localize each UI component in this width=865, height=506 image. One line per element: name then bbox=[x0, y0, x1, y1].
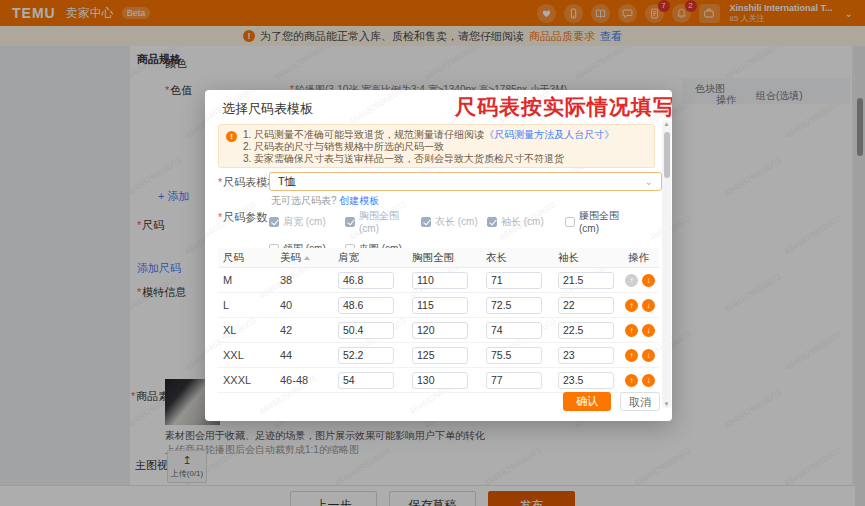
move-up-button[interactable]: ↑ bbox=[625, 349, 638, 362]
select-caret-icon: ⌄ bbox=[645, 173, 653, 190]
checkbox-icon bbox=[345, 217, 355, 227]
sleeve-length-input[interactable] bbox=[558, 297, 614, 314]
garment-length-input[interactable] bbox=[486, 322, 542, 339]
alert-line-1: 1. 尺码测量不准确可能导致退货，规范测量请仔细阅读《尺码测量方法及人台尺寸》 bbox=[243, 129, 646, 141]
measure-method-link[interactable]: 《尺码测量方法及人台尺寸》 bbox=[484, 129, 614, 140]
size-cell: M bbox=[218, 274, 275, 286]
size-cell: 44 bbox=[275, 349, 333, 361]
size-cell: 46-48 bbox=[275, 374, 333, 386]
move-up-button[interactable]: ↑ bbox=[625, 274, 638, 287]
checkbox-icon bbox=[487, 217, 497, 227]
shoulder-width-input[interactable] bbox=[338, 272, 394, 289]
garment-length-input[interactable] bbox=[486, 297, 542, 314]
sleeve-length-input[interactable] bbox=[558, 272, 614, 289]
size-col-header: 肩宽 bbox=[333, 251, 407, 265]
move-down-button[interactable]: ↓ bbox=[642, 299, 655, 312]
no-template-hint: 无可选尺码表? bbox=[271, 195, 337, 206]
size-param-checkbox: 衣长 (cm) bbox=[421, 209, 487, 234]
size-col-header[interactable]: 美码 bbox=[275, 251, 333, 265]
size-chart-table: 尺码美码肩宽胸围全围衣长袖长操作 M38↑↓L40↑↓XL42↑↓XXL44↑↓… bbox=[218, 248, 659, 393]
scroll-up-icon[interactable]: ▲ bbox=[662, 121, 671, 127]
size-param-label: 衣长 (cm) bbox=[435, 215, 478, 229]
move-up-button[interactable]: ↑ bbox=[625, 299, 638, 312]
size-col-header: 胸围全围 bbox=[407, 251, 481, 265]
sort-caret-icon[interactable] bbox=[304, 256, 310, 260]
chest-circumference-input[interactable] bbox=[412, 322, 468, 339]
selected-template-value: T恤 bbox=[278, 173, 296, 190]
size-col-header: 操作 bbox=[623, 251, 659, 265]
size-cell: XXL bbox=[218, 349, 275, 361]
size-param-label: 腰围全围 (cm) bbox=[579, 209, 641, 234]
sleeve-length-input[interactable] bbox=[558, 347, 614, 364]
size-param-label: 胸围全围 (cm) bbox=[359, 209, 421, 234]
checkbox-icon[interactable] bbox=[565, 217, 575, 227]
size-col-header: 衣长 bbox=[481, 251, 553, 265]
size-table-row: XXL44↑↓ bbox=[218, 343, 659, 368]
params-field-label: 尺码参数 bbox=[223, 211, 267, 223]
size-chart-template-modal: 4846829868603484682986860348468298686034… bbox=[205, 90, 672, 421]
size-cell: L bbox=[218, 299, 275, 311]
size-alert-box: ! 1. 尺码测量不准确可能导致退货，规范测量请仔细阅读《尺码测量方法及人台尺寸… bbox=[218, 124, 655, 168]
size-table-row: M38↑↓ bbox=[218, 268, 659, 293]
size-param-checkbox: 袖长 (cm) bbox=[487, 209, 565, 234]
shoulder-width-input[interactable] bbox=[338, 347, 394, 364]
modal-scrollbar[interactable]: ▲ ▼ bbox=[662, 120, 671, 408]
move-down-button[interactable]: ↓ bbox=[642, 274, 655, 287]
size-table-row: L40↑↓ bbox=[218, 293, 659, 318]
move-up-button[interactable]: ↑ bbox=[625, 324, 638, 337]
chest-circumference-input[interactable] bbox=[412, 272, 468, 289]
size-param-label: 肩宽 (cm) bbox=[283, 215, 326, 229]
chest-circumference-input[interactable] bbox=[412, 297, 468, 314]
modal-scrollbar-thumb[interactable] bbox=[664, 132, 670, 178]
size-col-header: 袖长 bbox=[553, 251, 623, 265]
checkbox-icon bbox=[421, 217, 431, 227]
garment-length-input[interactable] bbox=[486, 372, 542, 389]
size-cell: 40 bbox=[275, 299, 333, 311]
size-template-select[interactable]: T恤 ⌄ bbox=[269, 172, 662, 191]
garment-length-input[interactable] bbox=[486, 272, 542, 289]
size-param-checkbox: 肩宽 (cm) bbox=[269, 209, 345, 234]
size-cell: XL bbox=[218, 324, 275, 336]
move-up-button[interactable]: ↑ bbox=[625, 374, 638, 387]
size-cell: XXXL bbox=[218, 374, 275, 386]
move-down-button[interactable]: ↓ bbox=[642, 374, 655, 387]
cancel-button[interactable]: 取消 bbox=[620, 392, 660, 411]
sleeve-length-input[interactable] bbox=[558, 322, 614, 339]
garment-length-input[interactable] bbox=[486, 347, 542, 364]
size-param-checkbox: 胸围全围 (cm) bbox=[345, 209, 421, 234]
shoulder-width-input[interactable] bbox=[338, 297, 394, 314]
alert-line-2: 2. 尺码表的尺寸与销售规格中所选的尺码一致 bbox=[243, 141, 646, 153]
size-param-label: 袖长 (cm) bbox=[501, 215, 544, 229]
move-down-button[interactable]: ↓ bbox=[642, 324, 655, 337]
chest-circumference-input[interactable] bbox=[412, 347, 468, 364]
size-table-header-row: 尺码美码肩宽胸围全围衣长袖长操作 bbox=[218, 248, 659, 268]
chest-circumference-input[interactable] bbox=[412, 372, 468, 389]
move-down-button[interactable]: ↓ bbox=[642, 349, 655, 362]
scroll-down-icon[interactable]: ▼ bbox=[662, 401, 671, 407]
checkbox-icon bbox=[269, 217, 279, 227]
shoulder-width-input[interactable] bbox=[338, 372, 394, 389]
alert-icon: ! bbox=[226, 131, 237, 142]
size-cell: 38 bbox=[275, 274, 333, 286]
sleeve-length-input[interactable] bbox=[558, 372, 614, 389]
size-table-row: XXXL46-48↑↓ bbox=[218, 368, 659, 393]
modal-title: 选择尺码表模板 bbox=[222, 100, 313, 118]
size-cell: 42 bbox=[275, 324, 333, 336]
alert-line-3: 3. 卖家需确保尺寸表与送审样品一致，否则会导致大货质检尺寸不符退货 bbox=[243, 153, 646, 165]
size-param-checkbox[interactable]: 腰围全围 (cm) bbox=[565, 209, 641, 234]
confirm-button[interactable]: 确认 bbox=[563, 392, 611, 411]
red-annotation: 尺码表按实际情况填写 bbox=[455, 93, 672, 121]
size-table-row: XL42↑↓ bbox=[218, 318, 659, 343]
shoulder-width-input[interactable] bbox=[338, 322, 394, 339]
create-template-link[interactable]: 创建模板 bbox=[339, 195, 379, 206]
size-col-header: 尺码 bbox=[218, 251, 275, 265]
